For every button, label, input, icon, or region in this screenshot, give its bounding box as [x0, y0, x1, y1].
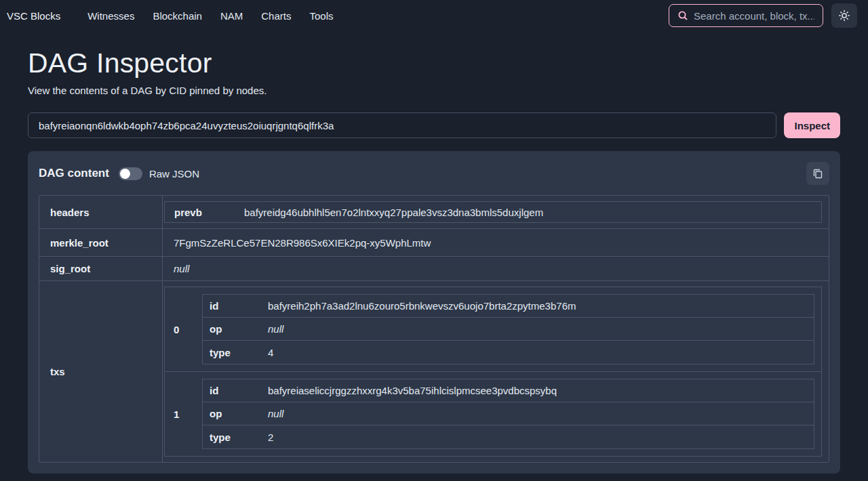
global-search[interactable]	[669, 4, 823, 27]
copy-icon	[812, 168, 823, 179]
prevb-row: prevb bafyreidg46ubhlhl5en7o2lntxxyq27pp…	[165, 202, 821, 222]
row-value: null	[163, 257, 829, 280]
row-label: headers	[39, 196, 163, 228]
prevb-value: bafyreidg46ubhlhl5en7o2lntxxyq27ppale3vs…	[244, 207, 821, 218]
tx-fields-wrap: id bafyreiaseliccjrggzzhxxrg4k3v5ba75ihl…	[202, 372, 821, 456]
tx-type-label: type	[203, 432, 268, 443]
tx-op-value: null	[268, 408, 814, 419]
tx-op-label: op	[203, 408, 268, 419]
cid-input[interactable]	[28, 112, 776, 138]
tx-type-label: type	[203, 347, 268, 358]
tx-id-label: id	[203, 385, 268, 396]
tx-id-row: id bafyreih2ph7a3ad2lnu6zouro5rbnkwevszv…	[203, 295, 814, 318]
sun-icon	[838, 9, 850, 22]
headers-nested-table: prevb bafyreidg46ubhlhl5en7o2lntxxyq27pp…	[164, 201, 822, 223]
tx-index: 1	[165, 372, 202, 456]
table-row-txs: txs 0 id bafyreih2ph7a3ad2lnu6zouro5rbnk…	[39, 281, 829, 462]
merkle-root-value: 7FgmSzZeRLCe57EN28R986Sx6XIEk2pq-xy5WphL…	[164, 237, 431, 249]
table-row-headers: headers prevb bafyreidg46ubhlhl5en7o2lnt…	[39, 196, 829, 229]
tx-type-row: type 2	[203, 425, 814, 448]
tx-id-value: bafyreiaseliccjrggzzhxxrg4k3v5ba75ihlcis…	[268, 385, 814, 396]
tx-fields-wrap: id bafyreih2ph7a3ad2lnu6zouro5rbnkwevszv…	[202, 287, 821, 371]
raw-json-toggle[interactable]	[119, 167, 142, 180]
tx-id-value: bafyreih2ph7a3ad2lnu6zouro5rbnkwevszv6uo…	[268, 300, 814, 312]
table-row-sig-root: sig_root null	[39, 257, 829, 281]
tx-type-value: 4	[268, 347, 814, 358]
tx-op-row: op null	[203, 318, 814, 341]
raw-json-label: Raw JSON	[149, 168, 199, 180]
search-input[interactable]	[694, 10, 814, 22]
toggle-thumb	[120, 169, 130, 179]
tx-fields-table: id bafyreiaseliccjrggzzhxxrg4k3v5ba75ihl…	[202, 379, 814, 449]
brand-link[interactable]: VSC Blocks	[7, 10, 60, 22]
tx-id-row: id bafyreiaseliccjrggzzhxxrg4k3v5ba75ihl…	[203, 379, 814, 402]
dag-table: headers prevb bafyreidg46ubhlhl5en7o2lnt…	[39, 195, 829, 463]
tx-id-label: id	[203, 300, 268, 312]
nav-item-charts[interactable]: Charts	[261, 10, 291, 22]
tx-index: 0	[165, 287, 202, 371]
nav-item-witnesses[interactable]: Witnesses	[87, 10, 134, 22]
tx-row-0: 0 id bafyreih2ph7a3ad2lnu6zouro5rbnkwevs…	[165, 287, 821, 372]
tx-row-1: 1 id bafyreiaseliccjrggzzhxxrg4k3v5ba75i…	[165, 372, 821, 456]
row-value: 0 id bafyreih2ph7a3ad2lnu6zouro5rbnkwevs…	[163, 281, 829, 462]
tx-op-label: op	[203, 323, 268, 335]
nav-items: Witnesses Blockchain NAM Charts Tools	[87, 10, 669, 22]
tx-type-row: type 4	[203, 341, 814, 364]
tx-type-value: 2	[268, 432, 814, 443]
page-subtitle: View the contents of a DAG by CID pinned…	[28, 85, 840, 96]
nav-item-tools[interactable]: Tools	[309, 10, 333, 22]
nav-item-nam[interactable]: NAM	[220, 10, 243, 22]
tx-op-row: op null	[203, 402, 814, 425]
cid-input-row: Inspect	[28, 112, 840, 138]
theme-toggle-button[interactable]	[831, 3, 857, 28]
nav-item-blockchain[interactable]: Blockchain	[153, 10, 202, 22]
tx-fields-table: id bafyreih2ph7a3ad2lnu6zouro5rbnkwevszv…	[202, 294, 814, 364]
copy-button[interactable]	[806, 162, 829, 185]
page-title: DAG Inspector	[28, 47, 840, 79]
row-label: sig_root	[39, 257, 163, 280]
row-value: 7FgmSzZeRLCe57EN28R986Sx6XIEk2pq-xy5WphL…	[163, 229, 829, 256]
search-icon	[677, 10, 688, 21]
sig-root-value: null	[164, 263, 189, 274]
card-title: DAG content	[39, 167, 109, 180]
tx-op-value: null	[268, 323, 814, 335]
table-row-merkle-root: merkle_root 7FgmSzZeRLCe57EN28R986Sx6XIE…	[39, 229, 829, 257]
txs-nested-table: 0 id bafyreih2ph7a3ad2lnu6zouro5rbnkwevs…	[164, 287, 822, 457]
top-nav: VSC Blocks Witnesses Blockchain NAM Char…	[0, 0, 868, 31]
row-label: merkle_root	[39, 229, 163, 256]
prevb-label: prevb	[165, 207, 244, 218]
row-label: txs	[39, 281, 163, 462]
card-header: DAG content Raw JSON	[39, 162, 829, 185]
row-value: prevb bafyreidg46ubhlhl5en7o2lntxxyq27pp…	[163, 196, 829, 228]
main-content: DAG Inspector View the contents of a DAG…	[0, 47, 868, 474]
dag-content-card: DAG content Raw JSON headers	[28, 151, 840, 474]
inspect-button[interactable]: Inspect	[784, 112, 840, 138]
